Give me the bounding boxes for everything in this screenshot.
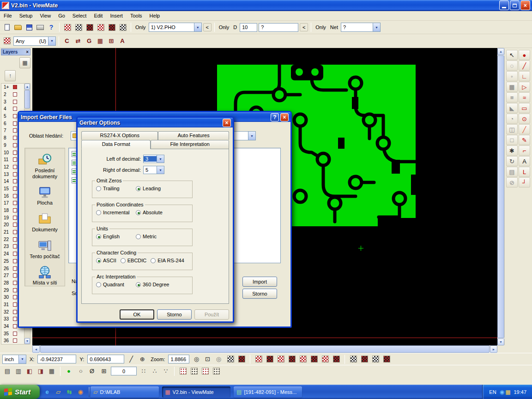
radio-metric[interactable]: Metric [136, 234, 157, 239]
task-message-button[interactable]: ▤ [191-482-091] - Mess... [234, 387, 302, 398]
layer-color-swatch[interactable] [13, 136, 17, 140]
previous-dcode-button[interactable]: < [300, 23, 308, 31]
print-icon[interactable] [35, 22, 45, 32]
arc-draw-tool-icon[interactable]: ≈ [519, 92, 530, 103]
layer-color-swatch[interactable] [13, 208, 17, 212]
select-tool-icon[interactable]: ↖ [506, 50, 518, 60]
radio-ascii[interactable]: ASCII [96, 258, 116, 263]
units-select[interactable]: inch [2, 355, 26, 364]
radio-ebcdic[interactable]: EBCDIC [121, 258, 147, 263]
dcode-swatch-icon[interactable] [265, 354, 275, 364]
layer-color-swatch[interactable] [13, 259, 17, 263]
chevron-down-icon[interactable] [18, 355, 26, 363]
place-network[interactable]: Místa v síti [25, 265, 64, 286]
aperture-panel-icon[interactable] [2, 36, 12, 46]
save-file-icon[interactable] [24, 22, 34, 32]
y-coordinate-field[interactable]: 0.690643 [87, 355, 124, 363]
dashed-box-tool-icon[interactable]: □ [506, 135, 518, 145]
browser-launch-icon[interactable]: ◉ [76, 387, 85, 397]
layer-color-swatch[interactable] [13, 302, 17, 307]
left-of-decimal-select[interactable]: 3 [143, 155, 164, 163]
layer-color-swatch[interactable] [13, 201, 17, 205]
dcode-grid-icon[interactable] [73, 22, 84, 32]
thin-line-tool-icon[interactable]: ╱ [519, 124, 530, 134]
layer-color-swatch[interactable] [13, 237, 17, 242]
radio-english[interactable]: English [96, 234, 136, 239]
menu-item[interactable]: View [36, 12, 54, 20]
place-documents[interactable]: Dokumenty [25, 212, 64, 233]
pad-pattern-icon[interactable] [200, 366, 210, 376]
layer-swatch-icon[interactable] [348, 354, 358, 364]
layer-color-swatch[interactable] [13, 114, 17, 118]
count-field[interactable]: 0 [111, 367, 137, 375]
dot-grid-icon[interactable]: ∴ [150, 366, 160, 376]
layer-color-swatch[interactable] [13, 194, 17, 198]
layer-color-swatch[interactable] [13, 172, 17, 176]
menu-item[interactable]: Edit [90, 12, 106, 20]
dcode-swatch-icon[interactable] [331, 354, 341, 364]
layer-swatch-icon[interactable] [370, 354, 381, 364]
new-file-icon[interactable] [2, 22, 12, 32]
dcode-swatch-icon[interactable] [309, 354, 319, 364]
chevron-down-icon[interactable] [157, 166, 164, 174]
internet-explorer-icon[interactable]: e [42, 387, 52, 397]
layer-color-swatch[interactable] [13, 165, 17, 169]
layers-panel-header[interactable]: Layers × [1, 48, 30, 55]
layer-color-swatch[interactable] [13, 107, 17, 111]
slash-circle-icon[interactable]: Ø [87, 366, 97, 376]
sheet-icon[interactable]: ▤ [2, 366, 12, 376]
layer-color-swatch[interactable] [13, 92, 17, 97]
layer-color-swatch[interactable] [13, 244, 17, 248]
chevron-down-icon[interactable] [48, 37, 55, 45]
aperture-shape-select[interactable]: Any (U) [13, 36, 56, 46]
layer-color-swatch[interactable] [13, 223, 17, 227]
close-button[interactable]: × [280, 113, 289, 121]
rotate-tool-icon[interactable]: ↻ [506, 156, 518, 166]
sync-launch-icon[interactable]: ⇆ [65, 387, 74, 397]
layer-color-swatch[interactable] [13, 266, 17, 271]
radio-leading[interactable]: Leading [136, 186, 161, 191]
layer-color-swatch[interactable] [13, 179, 17, 183]
zoom-previous-icon[interactable]: ◎ [213, 354, 224, 364]
scroll-right-icon[interactable] [490, 345, 497, 353]
pad-pattern-icon[interactable] [211, 366, 221, 376]
layer-swatch-icon[interactable] [381, 354, 392, 364]
sheet-icon[interactable]: ◨ [36, 366, 46, 376]
line-draw-tool-icon[interactable]: ╱ [519, 60, 530, 71]
net-grid-icon[interactable] [118, 22, 128, 32]
text-tool-icon[interactable]: A [519, 156, 530, 166]
circle-pad-tool-icon[interactable]: ⊙ [519, 114, 530, 124]
layer-color-swatch[interactable] [13, 295, 17, 299]
x-coordinate-field[interactable]: -0.942237 [37, 355, 76, 363]
scroll-up-icon[interactable] [497, 48, 504, 55]
circle-select-icon[interactable]: ○ [76, 366, 86, 376]
tab-data-format[interactable]: Data Format [81, 140, 151, 149]
chevron-down-icon[interactable] [157, 155, 164, 163]
dot-grid-icon[interactable]: ∷ [139, 366, 149, 376]
radio-eia-rs244[interactable]: EIA RS-244 [151, 258, 184, 263]
place-recent-documents[interactable]: Poslední dokumenty [25, 153, 64, 179]
draw-mode-icon[interactable] [96, 22, 106, 32]
chevron-down-icon[interactable] [248, 132, 255, 140]
sheet-icon[interactable]: ▥ [13, 366, 24, 376]
dcode-swatch-icon[interactable] [287, 354, 297, 364]
menu-item[interactable]: Insert [106, 12, 127, 20]
dialog-titlebar[interactable]: Gerber Options × [78, 118, 233, 127]
aperture-swap-tool-icon[interactable]: ⇄ [73, 36, 83, 46]
layer-swatch-icon[interactable] [359, 354, 369, 364]
close-button[interactable]: × [520, 0, 530, 10]
radio-trailing[interactable]: Trailing [96, 186, 136, 191]
folder-launch-icon[interactable]: ▱ [54, 387, 63, 397]
layer-color-swatch[interactable] [13, 317, 17, 321]
chevron-down-icon[interactable] [194, 23, 201, 31]
menu-item[interactable]: Go [54, 12, 69, 20]
menu-item[interactable]: Help [146, 12, 164, 20]
file-select[interactable]: 1) V2.PHO [149, 23, 202, 32]
origin-point-icon[interactable]: ⊕ [137, 354, 147, 364]
asterisk-tool-icon[interactable]: ✱ [506, 145, 518, 156]
task-viewmate-button[interactable]: ▦ V2.bin - ViewMate [162, 387, 230, 398]
layer-color-swatch[interactable] [13, 85, 17, 89]
macro-mode-icon[interactable] [107, 22, 117, 32]
layer-color-swatch[interactable] [13, 100, 17, 104]
radio-incremental[interactable]: Incremental [96, 210, 136, 215]
